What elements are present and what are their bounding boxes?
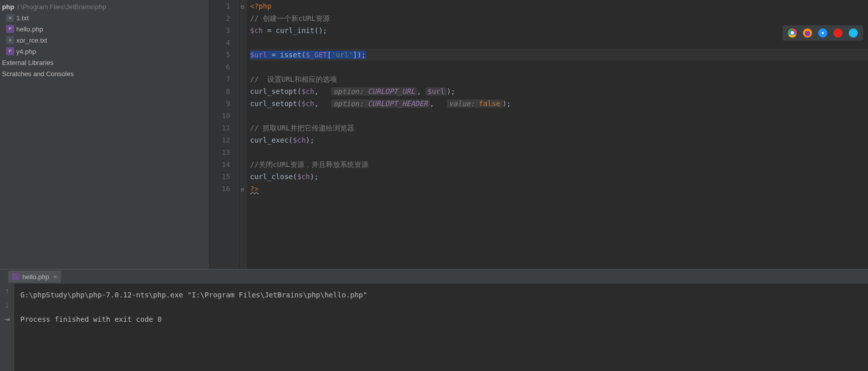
line-number: 12 (209, 134, 230, 146)
param-hint: option: (333, 99, 363, 108)
file-label: xor_rce.txt (16, 37, 47, 44)
line-number: 16 (209, 183, 230, 195)
down-arrow-icon[interactable]: ↓ (6, 301, 9, 309)
line-number: 13 (209, 146, 230, 158)
run-tab-label: hello.php (22, 273, 49, 281)
run-tab-bar: hello.php × (0, 269, 868, 284)
run-tab[interactable]: hello.php × (8, 271, 61, 283)
node-label: Scratches and Consoles (2, 70, 74, 78)
line-number: 5 (209, 49, 230, 61)
line-number: 6 (209, 61, 230, 73)
code-token: $url (250, 51, 267, 59)
code-token: $ch (250, 26, 263, 35)
project-path: I:\Program Files\JetBrains\php (17, 3, 106, 11)
external-libraries[interactable]: External Libraries (0, 57, 209, 68)
line-number: 15 (209, 171, 230, 183)
file-item[interactable]: ≡ 1.txt (0, 12, 209, 23)
run-panel: hello.php × ↑ ↓ ⇥ G:\phpStudy\php\php-7.… (0, 269, 868, 371)
code-comment: // 设置URL和相应的选项 (250, 75, 337, 83)
code-token: curl_init (276, 26, 315, 35)
console-line: Process finished with exit code 0 (20, 315, 162, 323)
firefox-icon[interactable] (803, 28, 812, 38)
param-hint: value: (449, 99, 475, 108)
txt-file-icon: ≡ (6, 14, 14, 22)
console-line: G:\phpStudy\php\php-7.0.12-nts\php.exe "… (20, 291, 367, 299)
code-comment: // 创建一个新cURL资源 (250, 14, 330, 22)
line-number: 4 (209, 37, 230, 49)
line-number: 9 (209, 97, 230, 110)
line-number: 8 (209, 85, 230, 97)
fold-open-icon[interactable]: ⊟ (241, 1, 244, 13)
line-number: 7 (209, 73, 230, 85)
safari-icon[interactable] (818, 28, 827, 38)
browser-preview-icons (783, 25, 863, 41)
php-file-icon: P (6, 47, 14, 55)
code-comment: // 抓取URL并把它传递给浏览器 (250, 124, 354, 132)
txt-file-icon: ≡ (6, 36, 14, 44)
file-item[interactable]: P y4.php (0, 46, 209, 57)
php-file-icon (12, 273, 19, 280)
ie-icon[interactable] (849, 28, 858, 38)
up-arrow-icon[interactable]: ↑ (6, 287, 9, 295)
code-token: <?php (250, 2, 271, 10)
opera-icon[interactable] (833, 28, 843, 38)
code-comment: //关闭cURL资源，并且释放系统资源 (250, 160, 368, 168)
php-file-icon: P (6, 25, 14, 33)
code-token: ?> (250, 185, 259, 193)
line-number: 1 (209, 0, 230, 12)
scratches-consoles[interactable]: Scratches and Consoles (0, 68, 209, 79)
fold-close-icon[interactable]: ⊟ (241, 184, 244, 196)
line-number: 11 (209, 122, 230, 134)
file-label: 1.txt (16, 14, 29, 22)
code-editor[interactable]: 1 2 3 4 5 6 7 8 9 10 11 12 13 14 15 16 ⊟… (209, 0, 868, 269)
line-number-gutter: 1 2 3 4 5 6 7 8 9 10 11 12 13 14 15 16 (209, 0, 240, 269)
line-number: 10 (209, 110, 230, 122)
file-item[interactable]: P hello.php (0, 23, 209, 35)
close-icon[interactable]: × (53, 273, 57, 281)
code-area[interactable]: <?php // 创建一个新cURL资源 $ch = curl_init(); … (247, 0, 868, 269)
project-name: php (2, 3, 14, 11)
line-number: 14 (209, 158, 230, 171)
run-toolbar: ↑ ↓ ⇥ (0, 284, 14, 371)
project-sidebar: php I:\Program Files\JetBrains\php ≡ 1.t… (0, 0, 209, 269)
line-number: 2 (209, 12, 230, 24)
node-label: External Libraries (2, 59, 53, 66)
line-number: 3 (209, 24, 230, 37)
fold-column: ⊟ ⊟ (240, 0, 247, 269)
project-root[interactable]: php I:\Program Files\JetBrains\php (0, 1, 209, 12)
file-item[interactable]: ≡ xor_rce.txt (0, 35, 209, 46)
file-label: hello.php (16, 25, 43, 33)
chrome-icon[interactable] (788, 28, 797, 38)
file-label: y4.php (16, 48, 36, 55)
console-output[interactable]: G:\phpStudy\php\php-7.0.12-nts\php.exe "… (14, 284, 868, 371)
wrap-icon[interactable]: ⇥ (4, 315, 10, 323)
param-hint: option: (333, 87, 363, 95)
